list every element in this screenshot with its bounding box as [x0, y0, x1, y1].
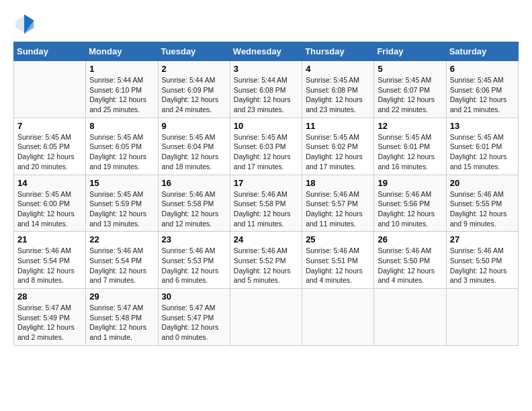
day-info: Sunrise: 5:45 AMSunset: 6:06 PMDaylight:… — [450, 76, 507, 113]
day-number: 15 — [89, 178, 154, 188]
day-info: Sunrise: 5:46 AMSunset: 5:57 PMDaylight:… — [306, 190, 363, 228]
day-info: Sunrise: 5:45 AMSunset: 5:59 PMDaylight:… — [89, 190, 146, 228]
day-number: 16 — [162, 178, 226, 188]
day-info: Sunrise: 5:44 AMSunset: 6:10 PMDaylight:… — [89, 76, 146, 113]
calendar-cell: 11 Sunrise: 5:45 AMSunset: 6:02 PMDaylig… — [302, 118, 374, 175]
day-number: 21 — [17, 234, 82, 244]
day-info: Sunrise: 5:45 AMSunset: 6:02 PMDaylight:… — [306, 133, 363, 171]
weekday-header: Thursday — [302, 42, 374, 61]
day-number: 2 — [162, 64, 226, 74]
day-number: 27 — [450, 234, 515, 244]
day-number: 1 — [89, 64, 154, 74]
calendar-cell: 1 Sunrise: 5:44 AMSunset: 6:10 PMDayligh… — [86, 61, 158, 118]
calendar-cell: 5 Sunrise: 5:45 AMSunset: 6:07 PMDayligh… — [374, 61, 446, 118]
calendar-cell: 22 Sunrise: 5:46 AMSunset: 5:54 PMDaylig… — [86, 232, 158, 289]
day-number: 13 — [450, 121, 515, 131]
day-info: Sunrise: 5:46 AMSunset: 5:52 PMDaylight:… — [234, 246, 291, 284]
day-info: Sunrise: 5:45 AMSunset: 6:03 PMDaylight:… — [234, 133, 291, 171]
day-number: 23 — [162, 234, 226, 244]
logo — [13, 13, 38, 35]
day-number: 6 — [450, 64, 515, 74]
calendar-cell: 3 Sunrise: 5:44 AMSunset: 6:08 PMDayligh… — [230, 61, 302, 118]
calendar-cell: 30 Sunrise: 5:47 AMSunset: 5:47 PMDaylig… — [158, 289, 230, 346]
day-number: 4 — [306, 64, 370, 74]
calendar-cell: 15 Sunrise: 5:45 AMSunset: 5:59 PMDaylig… — [86, 175, 158, 232]
day-number: 3 — [234, 64, 298, 74]
logo-icon — [13, 13, 35, 35]
calendar-cell: 27 Sunrise: 5:46 AMSunset: 5:50 PMDaylig… — [446, 232, 518, 289]
day-info: Sunrise: 5:47 AMSunset: 5:48 PMDaylight:… — [89, 304, 146, 341]
day-info: Sunrise: 5:45 AMSunset: 6:05 PMDaylight:… — [17, 133, 75, 171]
day-number: 17 — [234, 178, 298, 188]
day-number: 30 — [162, 291, 226, 302]
day-number: 20 — [450, 178, 515, 188]
calendar-cell: 14 Sunrise: 5:45 AMSunset: 6:00 PMDaylig… — [14, 175, 86, 232]
weekday-header: Saturday — [446, 42, 518, 61]
calendar-header: SundayMondayTuesdayWednesdayThursdayFrid… — [14, 42, 519, 61]
calendar-cell — [14, 61, 86, 118]
calendar-cell: 19 Sunrise: 5:46 AMSunset: 5:56 PMDaylig… — [374, 175, 446, 232]
day-info: Sunrise: 5:46 AMSunset: 5:50 PMDaylight:… — [450, 246, 507, 284]
calendar-cell: 4 Sunrise: 5:45 AMSunset: 6:08 PMDayligh… — [302, 61, 374, 118]
weekday-header: Sunday — [14, 42, 86, 61]
calendar-cell: 29 Sunrise: 5:47 AMSunset: 5:48 PMDaylig… — [86, 289, 158, 346]
calendar-cell: 23 Sunrise: 5:46 AMSunset: 5:53 PMDaylig… — [158, 232, 230, 289]
calendar-cell: 24 Sunrise: 5:46 AMSunset: 5:52 PMDaylig… — [230, 232, 302, 289]
calendar-cell — [302, 289, 374, 346]
calendar-cell: 9 Sunrise: 5:45 AMSunset: 6:04 PMDayligh… — [158, 118, 230, 175]
day-info: Sunrise: 5:47 AMSunset: 5:49 PMDaylight:… — [17, 304, 75, 341]
day-info: Sunrise: 5:46 AMSunset: 5:54 PMDaylight:… — [89, 246, 146, 284]
day-number: 9 — [162, 121, 226, 131]
calendar-cell: 7 Sunrise: 5:45 AMSunset: 6:05 PMDayligh… — [14, 118, 86, 175]
day-info: Sunrise: 5:45 AMSunset: 6:01 PMDaylight:… — [450, 133, 507, 171]
calendar-cell: 21 Sunrise: 5:46 AMSunset: 5:54 PMDaylig… — [14, 232, 86, 289]
calendar-cell: 2 Sunrise: 5:44 AMSunset: 6:09 PMDayligh… — [158, 61, 230, 118]
day-info: Sunrise: 5:46 AMSunset: 5:51 PMDaylight:… — [306, 246, 363, 284]
day-info: Sunrise: 5:45 AMSunset: 6:00 PMDaylight:… — [17, 190, 75, 228]
day-number: 11 — [306, 121, 370, 131]
day-number: 24 — [234, 234, 298, 244]
day-number: 14 — [17, 178, 82, 188]
day-info: Sunrise: 5:44 AMSunset: 6:09 PMDaylight:… — [162, 76, 219, 113]
day-number: 29 — [89, 291, 154, 302]
calendar-cell: 12 Sunrise: 5:45 AMSunset: 6:01 PMDaylig… — [374, 118, 446, 175]
day-info: Sunrise: 5:45 AMSunset: 6:01 PMDaylight:… — [378, 133, 435, 171]
calendar-cell: 25 Sunrise: 5:46 AMSunset: 5:51 PMDaylig… — [302, 232, 374, 289]
day-number: 12 — [378, 121, 442, 131]
calendar-cell: 16 Sunrise: 5:46 AMSunset: 5:58 PMDaylig… — [158, 175, 230, 232]
calendar-cell — [230, 289, 302, 346]
calendar-week-row: 14 Sunrise: 5:45 AMSunset: 6:00 PMDaylig… — [14, 175, 519, 232]
day-number: 5 — [378, 64, 442, 74]
day-number: 26 — [378, 234, 442, 244]
calendar-cell: 20 Sunrise: 5:46 AMSunset: 5:55 PMDaylig… — [446, 175, 518, 232]
page-header — [13, 13, 519, 35]
header-row: SundayMondayTuesdayWednesdayThursdayFrid… — [14, 42, 519, 61]
day-number: 7 — [17, 121, 82, 131]
calendar-cell: 26 Sunrise: 5:46 AMSunset: 5:50 PMDaylig… — [374, 232, 446, 289]
day-number: 18 — [306, 178, 370, 188]
day-info: Sunrise: 5:45 AMSunset: 6:08 PMDaylight:… — [306, 76, 363, 113]
day-info: Sunrise: 5:45 AMSunset: 6:04 PMDaylight:… — [162, 133, 219, 171]
day-info: Sunrise: 5:46 AMSunset: 5:58 PMDaylight:… — [234, 190, 291, 228]
weekday-header: Tuesday — [158, 42, 230, 61]
day-info: Sunrise: 5:45 AMSunset: 6:05 PMDaylight:… — [89, 133, 146, 171]
calendar-cell: 8 Sunrise: 5:45 AMSunset: 6:05 PMDayligh… — [86, 118, 158, 175]
day-number: 8 — [89, 121, 154, 131]
calendar-week-row: 7 Sunrise: 5:45 AMSunset: 6:05 PMDayligh… — [14, 118, 519, 175]
weekday-header: Monday — [86, 42, 158, 61]
day-info: Sunrise: 5:46 AMSunset: 5:55 PMDaylight:… — [450, 190, 507, 228]
calendar-table: SundayMondayTuesdayWednesdayThursdayFrid… — [13, 42, 519, 346]
day-info: Sunrise: 5:46 AMSunset: 5:56 PMDaylight:… — [378, 190, 435, 228]
day-info: Sunrise: 5:46 AMSunset: 5:50 PMDaylight:… — [378, 246, 435, 284]
weekday-header: Friday — [374, 42, 446, 61]
calendar-cell: 13 Sunrise: 5:45 AMSunset: 6:01 PMDaylig… — [446, 118, 518, 175]
day-number: 25 — [306, 234, 370, 244]
day-number: 10 — [234, 121, 298, 131]
day-info: Sunrise: 5:45 AMSunset: 6:07 PMDaylight:… — [378, 76, 435, 113]
day-info: Sunrise: 5:46 AMSunset: 5:54 PMDaylight:… — [17, 246, 75, 284]
calendar-cell: 10 Sunrise: 5:45 AMSunset: 6:03 PMDaylig… — [230, 118, 302, 175]
calendar-body: 1 Sunrise: 5:44 AMSunset: 6:10 PMDayligh… — [14, 61, 519, 346]
day-info: Sunrise: 5:46 AMSunset: 5:53 PMDaylight:… — [162, 246, 219, 284]
calendar-week-row: 28 Sunrise: 5:47 AMSunset: 5:49 PMDaylig… — [14, 289, 519, 346]
day-number: 22 — [89, 234, 154, 244]
